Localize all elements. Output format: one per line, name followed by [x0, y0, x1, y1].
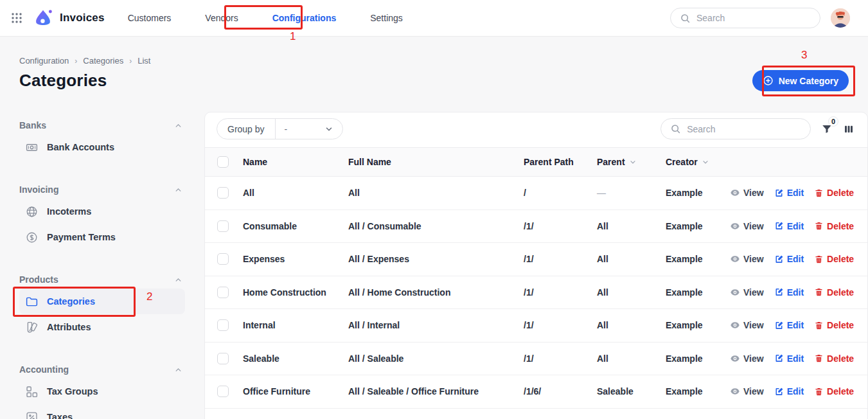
top-navbar: Invoices Customers Vendors Configuration…: [0, 0, 868, 37]
search-icon: [680, 13, 691, 24]
cell-parent: —: [597, 188, 666, 198]
group-by-label: Group by: [217, 119, 276, 139]
delete-button[interactable]: Delete: [814, 287, 854, 298]
delete-button[interactable]: Delete: [814, 188, 854, 198]
sidebar-item-attributes[interactable]: Attributes: [19, 314, 185, 340]
table-row: Internal All / Internal /1/ All Example …: [205, 309, 867, 343]
breadcrumb-categories[interactable]: Categories: [83, 56, 123, 66]
select-all-checkbox[interactable]: [217, 156, 229, 168]
view-button[interactable]: View: [730, 254, 764, 264]
edit-button[interactable]: Edit: [774, 353, 804, 364]
table-search[interactable]: [660, 118, 811, 139]
swatches-icon: [24, 320, 39, 334]
globe-icon: [24, 204, 39, 218]
view-button[interactable]: View: [730, 320, 764, 330]
sidebar-section-products[interactable]: Products: [19, 273, 185, 286]
row-checkbox[interactable]: [217, 319, 229, 331]
edit-button[interactable]: Edit: [774, 188, 804, 198]
delete-button[interactable]: Delete: [814, 320, 854, 330]
edit-button[interactable]: Edit: [774, 221, 804, 231]
nav-item-customers[interactable]: Customers: [123, 6, 177, 30]
delete-button[interactable]: Delete: [814, 353, 854, 364]
column-header-parent[interactable]: Parent: [597, 157, 666, 167]
view-button[interactable]: View: [730, 188, 764, 198]
chevron-up-icon: [174, 186, 182, 194]
sort-chevron-icon: [702, 158, 709, 166]
plus-circle-icon: [763, 75, 774, 86]
edit-button[interactable]: Edit: [774, 254, 804, 264]
table-row: Saleable All / Saleable /1/ All Example …: [205, 343, 867, 376]
page-title: Categories: [19, 71, 107, 91]
cell-creator: Example: [666, 221, 730, 231]
edit-pencil-icon: [774, 221, 784, 231]
chevron-right-icon: ›: [129, 57, 132, 66]
app-launcher-grid-icon[interactable]: [9, 10, 24, 26]
cell-parent: All: [597, 221, 666, 231]
cell-parent-path: /1/: [524, 254, 597, 264]
row-checkbox[interactable]: [217, 287, 229, 298]
filter-button[interactable]: 0: [821, 123, 833, 135]
view-button[interactable]: View: [730, 221, 764, 231]
column-header-creator[interactable]: Creator: [666, 157, 730, 167]
delete-button[interactable]: Delete: [814, 221, 854, 231]
cell-full-name: All / Internal: [348, 320, 524, 330]
sidebar-section-invoicing[interactable]: Invoicing: [19, 183, 185, 196]
cell-creator: Example: [666, 287, 730, 298]
cell-name: Expenses: [243, 254, 348, 264]
eye-icon: [730, 221, 740, 231]
cell-full-name: All / Home Construction: [348, 287, 524, 298]
cell-full-name: All / Saleable: [348, 353, 524, 364]
sidebar-item-payment-terms[interactable]: Payment Terms: [19, 224, 185, 250]
table-row: All All / — Example View: [205, 177, 867, 210]
table-row: Home Construction All / Home Constructio…: [205, 276, 867, 310]
edit-button[interactable]: Edit: [774, 287, 804, 298]
chevron-down-icon: [324, 125, 333, 134]
cell-creator: Example: [666, 254, 730, 264]
row-checkbox[interactable]: [217, 220, 229, 232]
sidebar-item-categories[interactable]: Categories: [19, 289, 185, 314]
edit-pencil-icon: [774, 188, 784, 198]
breadcrumb: Configuration › Categories › List: [19, 56, 849, 66]
cell-parent: All: [597, 320, 666, 330]
cell-name: Saleable: [243, 353, 348, 364]
sidebar-item-bank-accounts[interactable]: Bank Accounts: [19, 134, 185, 160]
new-category-button[interactable]: New Category: [752, 70, 849, 91]
cell-parent: All: [597, 353, 666, 364]
table-row: Expenses All / Expenses /1/ All Example …: [205, 243, 867, 276]
column-header-parent-path: Parent Path: [524, 157, 597, 167]
sidebar-item-taxes[interactable]: Taxes: [19, 404, 185, 419]
table-search-input[interactable]: [687, 124, 801, 134]
row-checkbox[interactable]: [217, 253, 229, 265]
table-row: Office Furniture All / Saleable / Office…: [205, 375, 867, 409]
sidebar-section-accounting[interactable]: Accounting: [19, 363, 185, 376]
nav-item-vendors[interactable]: Vendors: [200, 6, 243, 30]
columns-icon: [843, 123, 855, 135]
delete-button[interactable]: Delete: [814, 386, 854, 397]
trash-icon: [814, 321, 824, 330]
chevron-up-icon: [174, 276, 182, 284]
user-avatar[interactable]: [831, 8, 850, 28]
sidebar-item-incoterms[interactable]: Incoterms: [19, 199, 185, 224]
view-button[interactable]: View: [730, 386, 764, 397]
breadcrumb-configuration[interactable]: Configuration: [19, 56, 69, 66]
app-logo-icon[interactable]: [33, 8, 53, 28]
nav-item-settings[interactable]: Settings: [365, 6, 408, 30]
delete-button[interactable]: Delete: [814, 254, 854, 264]
sidebar-section-banks[interactable]: Banks: [19, 119, 185, 132]
group-by-select[interactable]: -: [276, 119, 342, 139]
chevron-up-icon: [174, 366, 182, 374]
cell-name: Office Furniture: [243, 386, 348, 397]
nav-item-configurations[interactable]: Configurations: [267, 6, 342, 30]
row-checkbox[interactable]: [217, 386, 229, 397]
view-button[interactable]: View: [730, 287, 764, 298]
view-button[interactable]: View: [730, 353, 764, 364]
edit-button[interactable]: Edit: [774, 320, 804, 330]
columns-button[interactable]: [843, 123, 855, 135]
row-checkbox[interactable]: [217, 187, 229, 199]
global-search-input[interactable]: [696, 13, 811, 23]
filter-count-badge: 0: [828, 116, 838, 127]
edit-button[interactable]: Edit: [774, 386, 804, 397]
row-checkbox[interactable]: [217, 353, 229, 364]
global-search[interactable]: [670, 8, 820, 28]
sidebar-item-tax-groups[interactable]: Tax Groups: [19, 379, 185, 404]
